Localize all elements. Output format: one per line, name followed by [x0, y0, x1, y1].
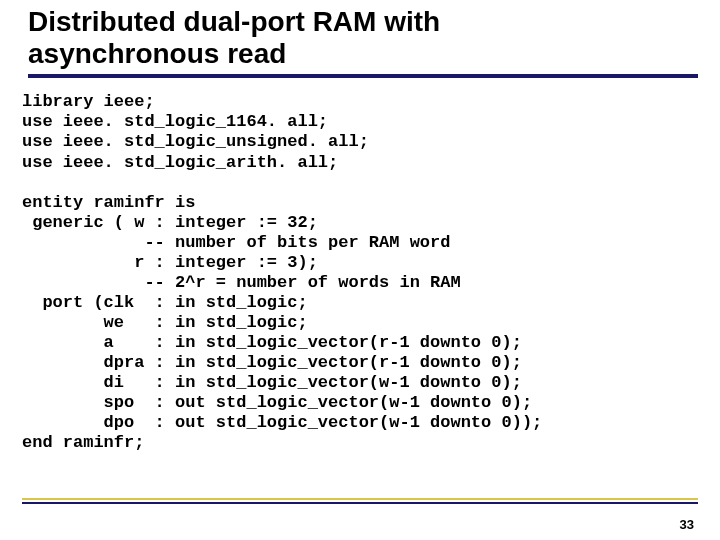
footer-rule-yellow: [22, 498, 698, 500]
page-number: 33: [680, 517, 694, 532]
slide-title: Distributed dual-port RAM with asynchron…: [28, 6, 720, 70]
title-line-2: asynchronous read: [28, 38, 286, 69]
slide: Distributed dual-port RAM with asynchron…: [0, 0, 720, 540]
vhdl-code: library ieee; use ieee. std_logic_1164. …: [0, 78, 720, 453]
title-block: Distributed dual-port RAM with asynchron…: [0, 0, 720, 70]
title-line-1: Distributed dual-port RAM with: [28, 6, 440, 37]
footer-rule-navy: [22, 502, 698, 504]
